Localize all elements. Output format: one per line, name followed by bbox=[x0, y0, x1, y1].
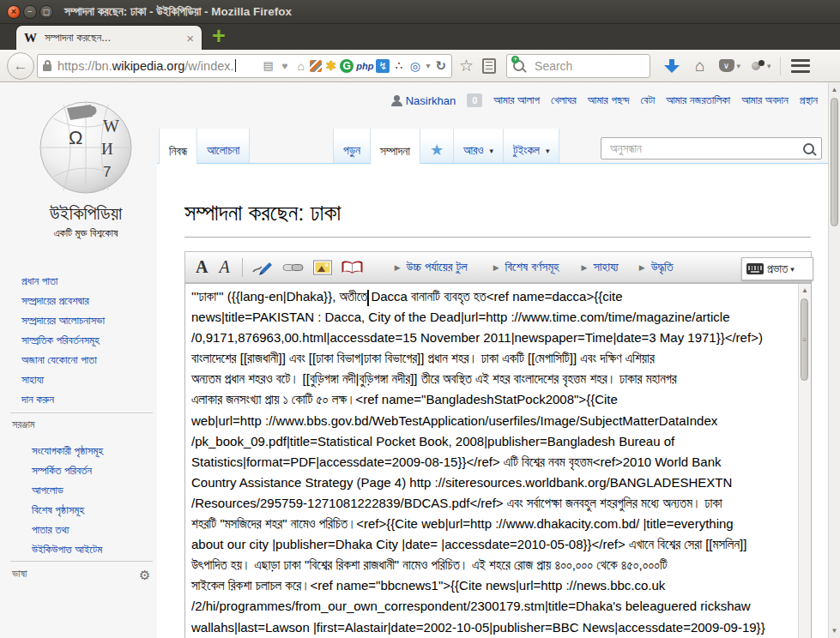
sidebar-nav-link[interactable]: দান করুন bbox=[21, 393, 54, 406]
green-g-icon[interactable]: G bbox=[340, 59, 354, 73]
url-path: /w/index. bbox=[184, 59, 233, 73]
downloads-icon[interactable] bbox=[664, 58, 680, 74]
link-button[interactable] bbox=[282, 262, 305, 274]
browser-tab[interactable]: W সম্পাদনা করছেন... × bbox=[15, 25, 202, 50]
input-method-selector[interactable]: প্রভাত ▾ bbox=[741, 257, 813, 280]
editor-scrollbar[interactable]: ▲ ≡ bbox=[798, 284, 811, 638]
new-tab-button[interactable]: + bbox=[212, 23, 226, 49]
svg-text:И: И bbox=[101, 140, 113, 158]
bold-button[interactable]: A bbox=[196, 257, 208, 277]
striped-addon-icon[interactable] bbox=[310, 60, 322, 72]
window-maximize-button[interactable]: ◻ bbox=[39, 5, 53, 19]
reference-button[interactable] bbox=[341, 260, 364, 275]
tab-close-icon[interactable]: × bbox=[186, 31, 194, 45]
tab-read[interactable]: পড়ুন bbox=[333, 129, 371, 163]
bookmarks-menu-icon[interactable] bbox=[482, 58, 496, 74]
sidebar-divider bbox=[10, 412, 153, 413]
addon-dropdown-icon[interactable]: ▾ bbox=[767, 62, 771, 70]
swirl-icon[interactable]: ◎ bbox=[408, 58, 422, 73]
reading-list-icon[interactable]: ▤ bbox=[261, 58, 275, 73]
triangle-right-icon: ▶ bbox=[582, 263, 588, 272]
input-method-label: প্রভাত bbox=[767, 262, 788, 276]
italic-button[interactable]: A bbox=[219, 257, 229, 277]
personal-link[interactable]: আমার নজরতালিকা bbox=[666, 93, 730, 107]
urlbar-dropdown-icon[interactable]: ▾ bbox=[426, 61, 430, 70]
svg-text:W: W bbox=[103, 117, 119, 135]
section-advanced[interactable]: ▶ উচ্চ পর্যায়ের টুল bbox=[395, 260, 468, 274]
sidebar-tool-link[interactable]: উইকিউপাত্ত আইটেম bbox=[32, 543, 102, 556]
sunflower-icon[interactable]: ✱ bbox=[323, 58, 338, 73]
username-link[interactable]: Nasirkhan bbox=[406, 94, 456, 107]
tab-edit[interactable]: সম্পাদনা bbox=[371, 129, 420, 164]
scroll-up-icon[interactable]: ▲ bbox=[799, 286, 811, 294]
triangle-right-icon: ▶ bbox=[639, 263, 645, 272]
window-scrollbar-thumb[interactable] bbox=[831, 98, 838, 226]
sidebar-nav-link[interactable]: সাহায্য bbox=[21, 373, 44, 386]
signature-button[interactable] bbox=[251, 260, 274, 275]
sidebar-nav-link[interactable]: সাম্প্রতিক পরিবর্তনসমূহ bbox=[21, 334, 100, 346]
home-alt-icon[interactable]: ⌂ bbox=[293, 58, 308, 73]
wikitext-line: /pk_book_09.pdf|title=Statistical Pocket… bbox=[191, 431, 798, 452]
window-scrollbar[interactable]: ▲ ▼ bbox=[828, 82, 840, 638]
editor-scrollbar-thumb[interactable]: ≡ bbox=[801, 298, 808, 381]
sidebar-tool-link[interactable]: আপলোড bbox=[32, 484, 63, 497]
signature-icon bbox=[251, 260, 274, 275]
chevron-down-icon: ▾ bbox=[546, 147, 550, 155]
wikitext-line: অন্যতম প্রধান শহরও বটে। [[বুড়িগঙ্গা নদী… bbox=[191, 369, 798, 389]
url-bar[interactable]: https://bn.wikipedia.org/w/index. ▤ ♥ ⌂ … bbox=[37, 54, 452, 78]
scroll-up-icon[interactable]: ▲ bbox=[829, 86, 840, 93]
addon-icon[interactable] bbox=[751, 60, 764, 72]
sidebar-nav-link[interactable]: প্রধান পাতা bbox=[21, 274, 57, 287]
personal-link[interactable]: আমার আলাপ bbox=[493, 93, 540, 107]
notification-badge[interactable]: 0 bbox=[467, 93, 482, 107]
sidebar-tool-link[interactable]: বিশেষ পৃষ্ঠাসমূহ bbox=[32, 503, 84, 516]
tab-article[interactable]: নিবন্ধ bbox=[159, 129, 197, 164]
reload-icon[interactable]: ↻ bbox=[435, 58, 446, 74]
search-engine-icon[interactable] bbox=[513, 60, 524, 71]
sidebar-nav-link[interactable]: সম্প্রদায়ের আলোচনাসভা bbox=[21, 314, 105, 327]
embedded-file-button[interactable] bbox=[313, 260, 332, 275]
search-icon[interactable] bbox=[803, 143, 814, 154]
tab-twinkle[interactable]: টুইংকল▾ bbox=[504, 129, 559, 163]
wiki-search-bar[interactable] bbox=[601, 137, 822, 160]
bookmark-star-icon[interactable]: ☆ bbox=[459, 56, 474, 75]
pocket-dropdown-icon[interactable]: ▾ bbox=[737, 62, 741, 70]
scroll-down-icon[interactable]: ▼ bbox=[829, 627, 840, 635]
tab-talk[interactable]: আলোচনা bbox=[197, 129, 250, 163]
home-icon[interactable]: ⌂ bbox=[695, 57, 704, 75]
sidebar-tool-link[interactable]: পাতার তথ্য bbox=[32, 523, 69, 536]
wikipedia-logo[interactable]: W Ω И 7 উইকিপিডিয়া একটি মুক্ত বিশ্বকোষ bbox=[19, 94, 153, 240]
personal-link[interactable]: খেলাঘর bbox=[551, 93, 577, 107]
dots-icon[interactable]: ∴ bbox=[391, 58, 406, 73]
sidebar-tool-link[interactable]: সম্পর্কিত পরিবর্তন bbox=[32, 464, 92, 477]
section-special-chars[interactable]: ▶ বিশেষ বর্ণসমূহ bbox=[493, 260, 559, 274]
sidebar-nav-link[interactable]: সম্প্রদায়ের প্রবেশদ্বার bbox=[21, 294, 89, 307]
lightning-icon[interactable]: ↯ bbox=[376, 59, 390, 73]
pocket-icon[interactable]: ∨ bbox=[719, 59, 734, 72]
browser-search-bar[interactable] bbox=[506, 54, 650, 78]
browser-search-input[interactable] bbox=[533, 58, 644, 74]
sidebar-tools-heading: সরঞ্জাম bbox=[12, 418, 35, 431]
personal-link[interactable]: বেটা bbox=[641, 93, 656, 107]
section-help[interactable]: ▶ সাহায্য bbox=[582, 260, 619, 274]
personal-link[interactable]: প্রস্থান bbox=[800, 93, 818, 107]
wiki-search-input[interactable] bbox=[608, 141, 803, 156]
window-close-button[interactable]: × bbox=[7, 5, 21, 19]
php-icon[interactable]: php bbox=[355, 58, 374, 73]
window-minimize-button[interactable]: − bbox=[23, 5, 37, 19]
personal-link[interactable]: আমার অবদান bbox=[741, 93, 789, 107]
tab-more[interactable]: আরও▾ bbox=[454, 129, 504, 163]
sidebar-tool-link[interactable]: সংযোগকারী পৃষ্ঠাসমূহ bbox=[32, 444, 103, 457]
section-cite[interactable]: ▶ উদ্ধৃতি bbox=[639, 260, 674, 274]
hamburger-menu-icon[interactable] bbox=[791, 59, 810, 73]
back-button[interactable]: ← bbox=[7, 52, 34, 80]
sidebar-nav-link[interactable]: অজানা যেকোনো পাতা bbox=[21, 353, 97, 366]
personal-link[interactable]: আমার পছন্দ bbox=[588, 93, 630, 107]
sidebar-divider bbox=[10, 561, 153, 562]
wikitext-editor[interactable]: '''ঢাকা''' ({{lang-en|Dhaka}}, অতীতে Dac… bbox=[184, 283, 812, 638]
tab-more-label: আরও bbox=[463, 144, 484, 158]
wikitext-line: শহরটি "মসজিদের শহর" নামেও পরিচিত।<ref>{{… bbox=[191, 514, 798, 534]
shield-icon[interactable]: ♥ bbox=[277, 58, 292, 73]
watchlist-star-icon[interactable]: ★ bbox=[420, 129, 454, 163]
gear-icon[interactable]: ⚙ bbox=[139, 568, 150, 583]
